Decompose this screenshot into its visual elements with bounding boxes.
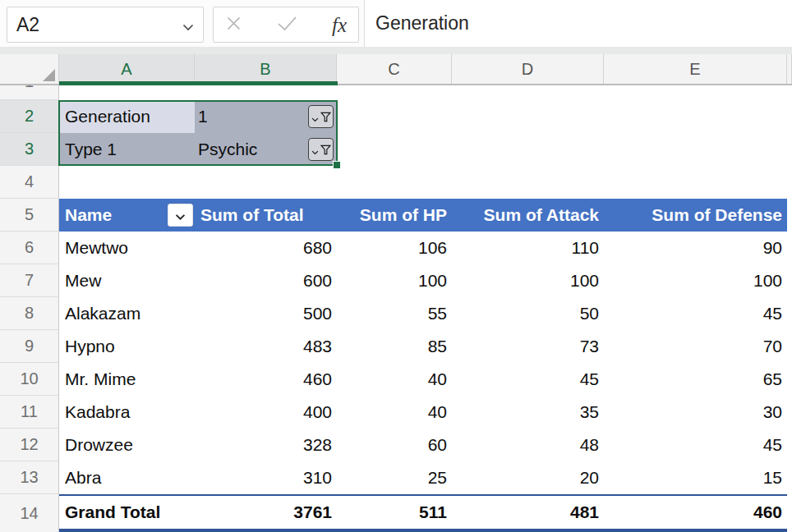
- filter-dropdown-button[interactable]: [308, 138, 334, 161]
- filter-field-label[interactable]: Type 1: [59, 133, 195, 166]
- pokemon-name-cell[interactable]: Mew: [59, 264, 195, 297]
- empty-cell[interactable]: [604, 85, 787, 100]
- empty-cell[interactable]: [604, 100, 787, 133]
- grand-total-value[interactable]: 511: [337, 496, 452, 529]
- pivot-value-cell[interactable]: 100: [604, 264, 787, 297]
- pivot-value-cell[interactable]: 45: [452, 363, 604, 396]
- empty-cell[interactable]: [604, 133, 787, 166]
- pivot-value-cell[interactable]: 30: [604, 396, 787, 429]
- row-header-11[interactable]: 11: [0, 396, 59, 429]
- pivot-value-cell[interactable]: 15: [604, 461, 787, 494]
- pivot-value-cell[interactable]: 73: [452, 330, 604, 363]
- pivot-value-cell[interactable]: 50: [452, 297, 604, 330]
- select-all-corner[interactable]: [0, 54, 59, 84]
- grand-total-label[interactable]: Grand Total: [59, 496, 195, 529]
- row-header-5[interactable]: 5: [0, 199, 59, 232]
- empty-cell[interactable]: [337, 100, 452, 133]
- pivot-value-cell[interactable]: 25: [337, 461, 452, 494]
- column-header-e[interactable]: E: [604, 54, 787, 84]
- pokemon-name-cell[interactable]: Hypno: [59, 330, 195, 363]
- pivot-header-cell[interactable]: Sum of Defense: [604, 199, 787, 232]
- pivot-value-cell[interactable]: 110: [452, 232, 604, 264]
- pokemon-name-cell[interactable]: Alakazam: [59, 297, 195, 330]
- cancel-icon[interactable]: [225, 15, 242, 35]
- row-header-2[interactable]: 2: [0, 100, 59, 133]
- empty-cell[interactable]: [452, 133, 604, 166]
- pivot-value-cell[interactable]: 328: [195, 429, 337, 461]
- empty-cell[interactable]: [337, 85, 452, 100]
- grand-total-value[interactable]: 481: [452, 496, 604, 529]
- pivot-header-cell[interactable]: Sum of Total: [195, 199, 337, 232]
- formula-input[interactable]: Generation: [364, 0, 792, 47]
- empty-cell[interactable]: [59, 85, 195, 100]
- pivot-value-cell[interactable]: 20: [452, 461, 604, 494]
- row-header-1[interactable]: 1: [0, 85, 59, 100]
- pivot-value-cell[interactable]: 400: [195, 396, 337, 429]
- pivot-value-cell[interactable]: 106: [337, 232, 452, 264]
- pivot-value-cell[interactable]: 90: [604, 232, 787, 264]
- empty-cell[interactable]: [604, 166, 787, 199]
- row-header-4[interactable]: 4: [0, 166, 59, 199]
- pivot-value-cell[interactable]: 680: [195, 232, 337, 264]
- enter-icon[interactable]: [277, 16, 297, 34]
- pokemon-name-cell[interactable]: Drowzee: [59, 429, 195, 461]
- pokemon-name-cell[interactable]: Mr. Mime: [59, 363, 195, 396]
- row-header-6[interactable]: 6: [0, 232, 59, 264]
- pivot-value-cell[interactable]: 45: [604, 297, 787, 330]
- filter-field-label[interactable]: Generation: [59, 100, 195, 133]
- pokemon-name-cell[interactable]: Kadabra: [59, 396, 195, 429]
- pivot-value-cell[interactable]: 100: [452, 264, 604, 297]
- pivot-header-cell[interactable]: Sum of HP: [337, 199, 452, 232]
- column-header-b[interactable]: B: [195, 54, 337, 84]
- empty-cell[interactable]: [59, 166, 195, 199]
- pivot-value-cell[interactable]: 60: [337, 429, 452, 461]
- empty-cell[interactable]: [195, 166, 337, 199]
- empty-cell[interactable]: [452, 100, 604, 133]
- row-header-9[interactable]: 9: [0, 330, 59, 363]
- empty-cell[interactable]: [337, 166, 452, 199]
- pivot-value-cell[interactable]: 483: [195, 330, 337, 363]
- pivot-value-cell[interactable]: 85: [337, 330, 452, 363]
- column-header-c[interactable]: C: [337, 54, 452, 84]
- column-header-d[interactable]: D: [452, 54, 604, 84]
- pivot-value-cell[interactable]: 460: [195, 363, 337, 396]
- grand-total-value[interactable]: 3761: [195, 496, 337, 529]
- pivot-value-cell[interactable]: 500: [195, 297, 337, 330]
- row-header-8[interactable]: 8: [0, 297, 59, 330]
- pivot-value-cell[interactable]: 310: [195, 461, 337, 494]
- pivot-value-cell[interactable]: 55: [337, 297, 452, 330]
- pivot-value-cell[interactable]: 48: [452, 429, 604, 461]
- pivot-value-cell[interactable]: 70: [604, 330, 787, 363]
- pivot-value-cell[interactable]: 600: [195, 264, 337, 297]
- filter-value-cell[interactable]: Psychic: [195, 133, 337, 166]
- grand-total-value[interactable]: 460: [604, 496, 787, 529]
- empty-cell[interactable]: [452, 85, 604, 100]
- row-header-7[interactable]: 7: [0, 264, 59, 297]
- pokemon-name-cell[interactable]: Mewtwo: [59, 232, 195, 264]
- row-header-14[interactable]: 14: [0, 494, 59, 532]
- name-filter-dropdown[interactable]: [168, 204, 193, 227]
- pivot-header-cell[interactable]: Sum of Attack: [452, 199, 604, 232]
- pivot-value-cell[interactable]: 40: [337, 363, 452, 396]
- pivot-value-cell[interactable]: 35: [452, 396, 604, 429]
- row-header-3[interactable]: 3: [0, 133, 59, 166]
- pivot-value-cell[interactable]: 40: [337, 396, 452, 429]
- pivot-value-cell[interactable]: 45: [604, 429, 787, 461]
- row-header-10[interactable]: 10: [0, 363, 59, 396]
- fx-icon[interactable]: fx: [332, 15, 347, 35]
- pivot-value-cell[interactable]: 100: [337, 264, 452, 297]
- pivot-value-cell[interactable]: 65: [604, 363, 787, 396]
- row-header-12[interactable]: 12: [0, 429, 59, 461]
- empty-cell[interactable]: [337, 133, 452, 166]
- column-header-a[interactable]: A: [59, 54, 195, 84]
- filter-value-cell[interactable]: 1: [195, 100, 337, 133]
- filter-dropdown-button[interactable]: [308, 105, 334, 128]
- name-box[interactable]: A2: [7, 7, 204, 43]
- pokemon-name-cell[interactable]: Abra: [59, 461, 195, 494]
- chevron-down-icon: [311, 140, 319, 159]
- row-header-13[interactable]: 13: [0, 461, 59, 494]
- empty-cell[interactable]: [452, 166, 604, 199]
- empty-cell[interactable]: [195, 85, 337, 100]
- chevron-down-icon[interactable]: [182, 14, 194, 36]
- pivot-header-name[interactable]: Name: [59, 199, 195, 232]
